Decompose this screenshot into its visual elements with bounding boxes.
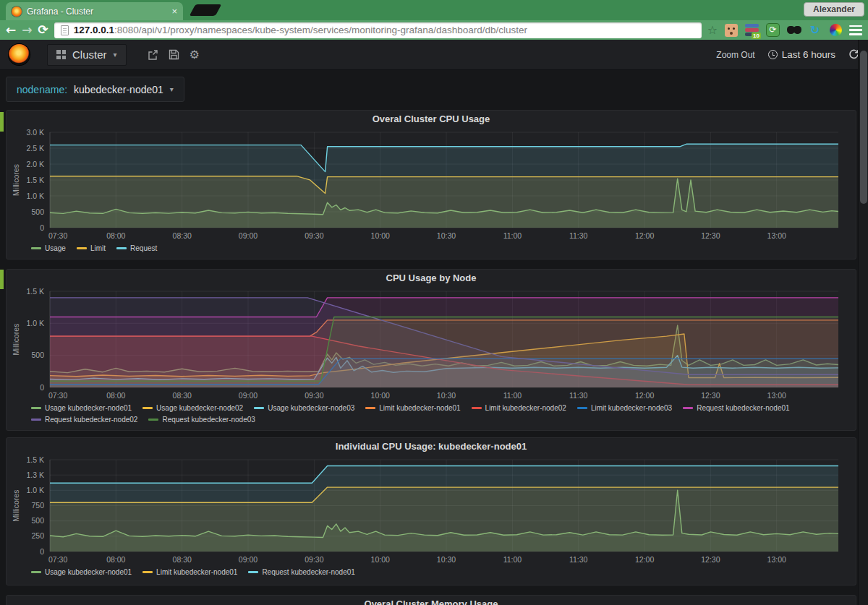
- back-button[interactable]: ←: [6, 24, 16, 36]
- bookmark-star-icon[interactable]: ☆: [707, 23, 718, 37]
- legend-item[interactable]: Usage kubedecker-node03: [254, 404, 354, 412]
- legend-label: Limit kubedecker-node03: [591, 404, 672, 412]
- tab-close-icon[interactable]: ×: [171, 7, 177, 16]
- extension-discs-icon[interactable]: 10: [744, 22, 760, 38]
- cpu-by-node-chart[interactable]: 07:3008:0008:3009:0009:3010:0010:3011:00…: [7, 287, 856, 403]
- dashboard-title: Cluster: [72, 48, 107, 61]
- profile-name-button[interactable]: Alexander: [804, 2, 864, 17]
- panel-title[interactable]: Overal Cluster CPU Usage: [7, 111, 856, 128]
- extension-refresh-icon[interactable]: ⟳: [765, 22, 780, 38]
- legend-swatch: [77, 247, 87, 249]
- legend-item[interactable]: Usage kubedecker-node02: [142, 404, 243, 412]
- row-handle-1[interactable]: [0, 112, 4, 132]
- legend-item[interactable]: Request: [116, 244, 157, 252]
- legend-item[interactable]: Limit: [77, 244, 106, 252]
- legend-item[interactable]: Request kubedecker-node03: [148, 416, 255, 424]
- legend-swatch: [577, 407, 587, 409]
- chart-legend: Usage kubedecker-node01Limit kubedecker-…: [31, 568, 856, 576]
- svg-text:08:00: 08:00: [106, 555, 125, 564]
- extension-colorwheel-icon[interactable]: [828, 22, 843, 38]
- svg-text:0: 0: [40, 547, 44, 556]
- dashboard-picker[interactable]: Cluster ▾: [47, 44, 127, 66]
- browser-menu-button[interactable]: [849, 25, 862, 35]
- svg-text:11:30: 11:30: [569, 231, 588, 240]
- template-variable-nodename[interactable]: nodename: kubedecker-node01 ▾: [6, 77, 184, 102]
- save-button[interactable]: [169, 49, 179, 60]
- row-handle-2[interactable]: [0, 270, 4, 289]
- legend-label: Usage kubedecker-node03: [268, 404, 354, 412]
- svg-text:2.0 K: 2.0 K: [26, 160, 44, 168]
- svg-text:750: 750: [31, 501, 44, 510]
- svg-text:1.5 K: 1.5 K: [26, 287, 44, 296]
- address-bar[interactable]: 127.0.0.1:8080/api/v1/proxy/namespaces/k…: [54, 22, 702, 38]
- legend-swatch: [116, 247, 127, 249]
- extension-sync-icon[interactable]: ↻: [807, 22, 822, 38]
- extension-face-icon[interactable]: [723, 22, 739, 38]
- legend-swatch: [148, 419, 158, 421]
- green-refresh-icon: ⟳: [766, 23, 780, 37]
- browser-toolbar: ← → ⟳ 127.0.0.1:8080/api/v1/proxy/namesp…: [0, 20, 868, 40]
- panel-title[interactable]: CPU Usage by Node: [7, 270, 856, 287]
- legend-swatch: [142, 407, 153, 409]
- time-range-picker[interactable]: Last 6 hours: [768, 49, 835, 60]
- svg-text:09:00: 09:00: [239, 391, 258, 400]
- forward-button[interactable]: →: [22, 24, 32, 36]
- legend-item[interactable]: Usage: [31, 244, 66, 252]
- individual-cpu-chart[interactable]: 07:3008:0008:3009:0009:3010:0010:3011:00…: [7, 455, 856, 567]
- legend-item[interactable]: Usage kubedecker-node01: [31, 568, 132, 576]
- legend-label: Limit kubedecker-node01: [156, 568, 237, 576]
- grafana-header: Cluster ▾ ⚙ Zoom Out Last 6 hours: [0, 40, 868, 70]
- scrollbar-thumb[interactable]: [860, 51, 867, 204]
- cpu-usage-chart[interactable]: 07:3008:0008:3009:0009:3010:0010:3011:00…: [7, 128, 856, 244]
- legend-item[interactable]: Request kubedecker-node01: [683, 404, 789, 412]
- share-button[interactable]: [147, 49, 158, 61]
- svg-text:0: 0: [40, 383, 44, 392]
- settings-gear-icon[interactable]: ⚙: [190, 48, 200, 61]
- panel-cpu-usage-by-node: CPU Usage by Node 07:3008:0008:3009:0009…: [6, 269, 856, 431]
- svg-text:11:30: 11:30: [569, 391, 588, 400]
- svg-text:13:00: 13:00: [767, 231, 786, 240]
- legend-item[interactable]: Request kubedecker-node02: [31, 416, 137, 424]
- url-text[interactable]: 127.0.0.1:8080/api/v1/proxy/namespaces/k…: [74, 25, 527, 35]
- svg-text:09:30: 09:30: [305, 555, 323, 564]
- legend-label: Request kubedecker-node02: [45, 416, 137, 424]
- panel-overall-memory-usage: Overal Cluster Memory Usage: [6, 595, 856, 605]
- legend-label: Limit kubedecker-node01: [379, 404, 460, 412]
- legend-item[interactable]: Limit kubedecker-node02: [472, 404, 566, 412]
- new-tab-button[interactable]: [190, 4, 222, 16]
- chart-canvas[interactable]: 07:3008:0008:3009:0009:3010:0010:3011:00…: [9, 128, 851, 244]
- svg-text:08:00: 08:00: [106, 231, 125, 240]
- svg-text:10:30: 10:30: [437, 555, 456, 564]
- legend-swatch: [472, 407, 482, 409]
- svg-text:1.5 K: 1.5 K: [26, 455, 44, 464]
- panel-overall-cpu-usage: Overal Cluster CPU Usage 07:3008:0008:30…: [6, 110, 856, 259]
- extension-incognito-icon[interactable]: [786, 22, 801, 38]
- legend-item[interactable]: Limit kubedecker-node01: [365, 404, 460, 412]
- legend-item[interactable]: Usage kubedecker-node01: [31, 404, 132, 412]
- chart-canvas[interactable]: 07:3008:0008:3009:0009:3010:0010:3011:00…: [9, 287, 851, 403]
- svg-text:09:30: 09:30: [305, 391, 323, 400]
- panel-title[interactable]: Individual CPU Usage: kubedecker-node01: [7, 438, 856, 455]
- grafana-logo-icon[interactable]: [9, 44, 30, 65]
- svg-text:Millicores: Millicores: [12, 324, 20, 356]
- panel-title[interactable]: Overal Cluster Memory Usage: [7, 596, 856, 605]
- reload-button[interactable]: ⟳: [38, 24, 48, 36]
- chart-legend: Usage kubedecker-node01Usage kubedecker-…: [31, 404, 856, 424]
- svg-text:12:30: 12:30: [701, 391, 720, 400]
- legend-item[interactable]: Request kubedecker-node01: [248, 568, 354, 576]
- legend-swatch: [31, 571, 41, 573]
- legend-swatch: [365, 407, 375, 409]
- mask-icon: [787, 26, 801, 35]
- svg-text:13:00: 13:00: [767, 555, 786, 564]
- svg-text:10:30: 10:30: [437, 391, 456, 400]
- url-path: :8080/api/v1/proxy/namespaces/kube-syste…: [114, 25, 527, 35]
- chart-canvas[interactable]: 07:3008:0008:3009:0009:3010:0010:3011:00…: [9, 455, 851, 567]
- legend-item[interactable]: Limit kubedecker-node01: [142, 568, 237, 576]
- browser-tab[interactable]: Grafana - Cluster ×: [6, 2, 183, 20]
- page-document-icon[interactable]: [61, 25, 69, 35]
- svg-text:10:00: 10:00: [371, 391, 390, 400]
- zoom-out-button[interactable]: Zoom Out: [716, 50, 754, 60]
- legend-item[interactable]: Limit kubedecker-node03: [577, 404, 672, 412]
- svg-text:08:00: 08:00: [106, 391, 125, 400]
- sync-arrows-icon: ↻: [810, 23, 820, 37]
